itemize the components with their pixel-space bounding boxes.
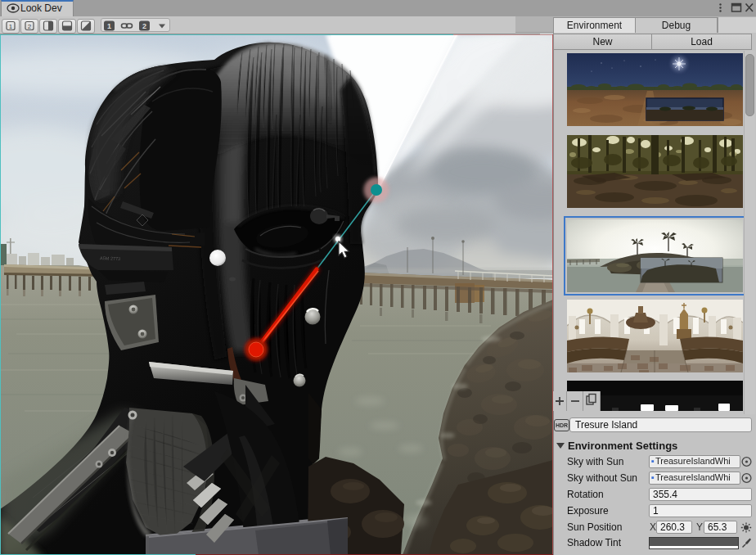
svg-text:A5M 2773: A5M 2773 bbox=[100, 255, 120, 261]
svg-text:1: 1 bbox=[9, 23, 13, 30]
svg-text:2: 2 bbox=[142, 22, 146, 30]
svg-text:2: 2 bbox=[28, 23, 32, 30]
svg-text:1: 1 bbox=[107, 22, 111, 30]
